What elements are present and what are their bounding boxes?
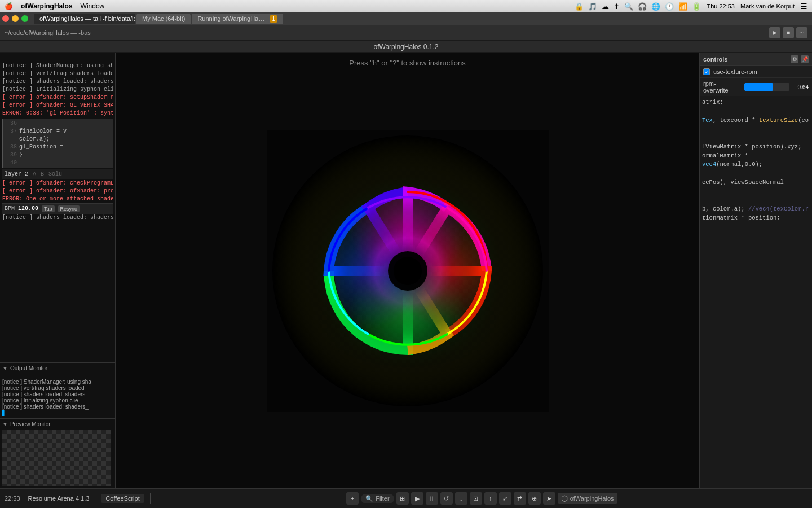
out-line-4: [notice ] Initializing syphon clie — [2, 397, 113, 404]
code-blank5 — [702, 187, 810, 196]
menubar-list-icon[interactable]: ☰ — [800, 2, 807, 11]
controls-title: controls — [703, 56, 727, 63]
preview-header: ▼ Preview Monitor — [2, 421, 113, 427]
code-line-37: 37 finalColor = v — [6, 128, 111, 135]
out-line-3: [notice ] shaders loaded: shaders_ — [2, 391, 113, 397]
bottom-separator-1 — [95, 493, 95, 504]
filter-control[interactable]: 🔍 Filter — [361, 494, 394, 503]
filter-label: Filter — [376, 495, 389, 502]
layer-label: layer 2 — [5, 170, 28, 178]
tab-log[interactable]: ofWarpingHalos — tail -f bin/data/log — [34, 14, 135, 24]
preview-label: Preview Monitor — [10, 421, 51, 427]
code-line-39: 39} — [6, 151, 111, 159]
use-texture-rpm-checkbox[interactable]: ✓ — [703, 68, 710, 75]
log-line-4: [notice ] Initializing syphon clie — [2, 86, 113, 94]
tab-bar: ofWarpingHalos — tail -f bin/data/log My… — [0, 12, 812, 25]
log-line-1: [notice ] ShaderManager: using sha — [2, 62, 113, 70]
toolbar-path: ~/code/ofWarpingHalos — -bas — [5, 29, 91, 36]
code-normal: ormalMatrix * vec4(normal,0.0); — [702, 152, 810, 170]
code-cepos: cePos), viewSpaceNormal — [702, 178, 810, 187]
bottom-btn-3[interactable]: ⏸ — [426, 492, 438, 505]
log-line-2: [notice ] vert/frag shaders loaded — [2, 70, 113, 78]
code-block: 36 37 finalColor = v color.a); 38 gl_Pos… — [2, 119, 113, 168]
code-blank4 — [702, 169, 810, 178]
menubar-icons: 🔒 🎵 ☁ ⬆ 🔍 🎧 🌐 🕐 📶 🔋 — [575, 2, 701, 11]
menubar-window[interactable]: Window — [81, 2, 105, 10]
halo-visualization — [267, 130, 549, 412]
center-canvas: Press "h" or "?" to show instructions — [116, 53, 699, 488]
toolbar-more-btn[interactable]: ⋯ — [796, 27, 807, 38]
controls-panel: controls ⚙ 📌 ✓ use-texture-rpm rpm-overw… — [699, 53, 812, 488]
bottom-btn-6[interactable]: ⊡ — [470, 492, 482, 505]
close-button[interactable] — [2, 15, 9, 22]
output-monitor-header: ▼ Output Monitor — [2, 365, 113, 371]
log-line-6: [ error ] ofShader: GL_VERTEX_SHAD — [2, 102, 113, 110]
output-monitor: ▼ Output Monitor ———————————————————————… — [0, 362, 115, 418]
bottom-btn-9[interactable]: ⇄ — [514, 492, 526, 505]
output-monitor-label: Output Monitor — [10, 365, 47, 371]
svg-point-11 — [394, 257, 422, 285]
maximize-button[interactable] — [21, 15, 28, 22]
output-collapse-icon[interactable]: ▼ — [2, 365, 8, 371]
toolbar-play-btn[interactable]: ▶ — [769, 27, 780, 38]
bottom-bar: 22:53 Resolume Arena 4.1.3 CoffeeScript … — [0, 488, 812, 508]
controls-header: controls ⚙ 📌 — [700, 53, 812, 66]
log-separator-1: ————————————————————————————————— — [2, 54, 113, 62]
bottom-btn-1[interactable]: ⊞ — [396, 492, 409, 505]
log-line-3: [notice ] shaders loaded: shaders_ — [2, 78, 113, 86]
out-line-1: [notice ] ShaderManager: using sha — [2, 379, 113, 385]
bottom-app1: Resolume Arena 4.1.3 — [28, 495, 90, 502]
menubar-time: Thu 22:53 — [707, 3, 735, 10]
bpm-label: BPM — [5, 205, 15, 213]
window-title-bar: ofWarpingHalos 0.1.2 — [0, 41, 812, 53]
preview-collapse-icon[interactable]: ▼ — [2, 421, 8, 427]
rpm-overwrite-fill — [744, 83, 773, 91]
bpm-value: 120.00 — [18, 205, 38, 213]
menubar-app[interactable]: ofWarpingHalos — [21, 2, 73, 10]
toolbar-stop-btn[interactable]: ■ — [783, 27, 794, 38]
use-texture-rpm-control[interactable]: ✓ use-texture-rpm — [700, 66, 812, 78]
settings-icon[interactable]: ⚙ — [791, 55, 798, 63]
log-panel: ————————————————————————————————— [notic… — [0, 53, 115, 418]
halo-svg — [267, 130, 549, 412]
add-button[interactable]: + — [346, 492, 359, 505]
out-sep: ————————————————————————————————— — [2, 373, 113, 379]
log-notice-final: [notice ] shaders loaded: shaders_ — [2, 214, 113, 222]
log-line-5: [ error ] ofShader: setupShaderFro — [2, 94, 113, 102]
code-view: lViewMatrix * position).xyz; — [702, 143, 810, 152]
code-color-a: b, color.a); //vec4(texColor.r — [702, 205, 810, 214]
left-panel: ————————————————————————————————— [notic… — [0, 53, 116, 488]
log-output: ————————————————————————————————— [notic… — [0, 53, 115, 362]
output-log: ————————————————————————————————— [notic… — [2, 373, 113, 416]
bottom-center-controls: + 🔍 Filter ⊞ ▶ ⏸ ↺ ↓ ⊡ ↑ ⤢ ⇄ ⊕ ➤ ⬡ ofWar… — [346, 492, 617, 505]
code-line-36: 36 — [6, 120, 111, 128]
bottom-btn-5[interactable]: ↓ — [455, 492, 467, 505]
bottom-btn-10[interactable]: ⊕ — [528, 492, 541, 505]
menubar-user: Mark van de Korput — [740, 3, 795, 10]
rpm-overwrite-slider[interactable] — [744, 83, 789, 91]
toolbar: ~/code/ofWarpingHalos — -bas ▶ ■ ⋯ — [0, 25, 812, 41]
traffic-lights — [2, 15, 28, 22]
resync-button[interactable]: Resync — [58, 205, 80, 212]
bottom-btn-11[interactable]: ➤ — [543, 492, 555, 505]
pin-icon[interactable]: 📌 — [801, 55, 809, 63]
menubar: 🍎 ofWarpingHalos Window 🔒 🎵 ☁ ⬆ 🔍 🎧 🌐 🕐 … — [0, 0, 812, 12]
apple-icon[interactable]: 🍎 — [5, 2, 13, 10]
right-code-panel: atrix; Tex, texcoord * textureSize(co lV… — [700, 96, 812, 488]
bottom-btn-2[interactable]: ▶ — [411, 492, 423, 505]
code-line-38: 38 gl_Position = — [6, 143, 111, 151]
tap-button[interactable]: Tap — [42, 205, 55, 212]
bottom-btn-4[interactable]: ↺ — [440, 492, 453, 505]
log-err-4: ERROR: One or more attached shader — [2, 195, 113, 203]
canvas-area — [116, 53, 699, 488]
code-blank3 — [702, 134, 810, 143]
minimize-button[interactable] — [12, 15, 19, 22]
tab-mac[interactable]: My Mac (64-bit) — [136, 14, 191, 24]
bottom-lang: CoffeeScript — [101, 494, 144, 503]
bottom-app2: ofWarpingHalos — [570, 495, 614, 502]
tab-running[interactable]: Running ofWarpingHalos · ofWarpingHalos … — [192, 14, 283, 24]
bottom-btn-7[interactable]: ↑ — [484, 492, 497, 505]
out-line-5: [notice ] shaders loaded: shaders_ — [2, 404, 113, 410]
bottom-btn-8[interactable]: ⤢ — [499, 492, 511, 505]
bottom-separator-2 — [150, 493, 151, 504]
